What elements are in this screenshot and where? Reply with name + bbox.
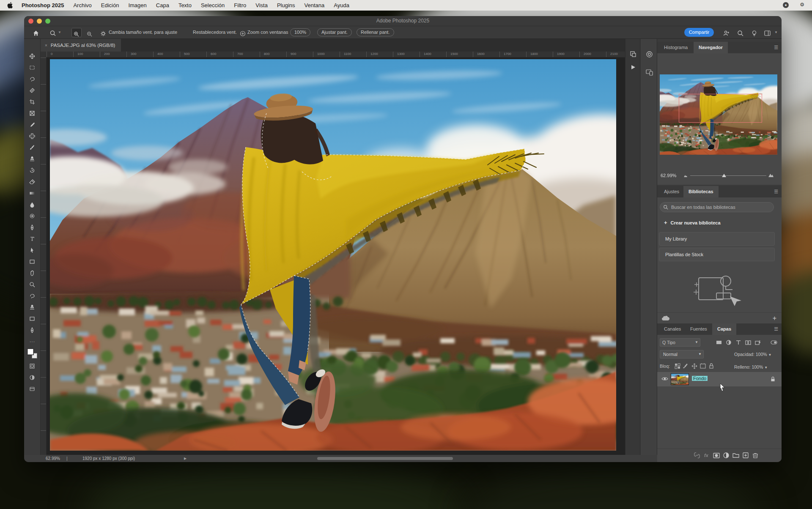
svg-text:fx: fx [704, 453, 709, 458]
